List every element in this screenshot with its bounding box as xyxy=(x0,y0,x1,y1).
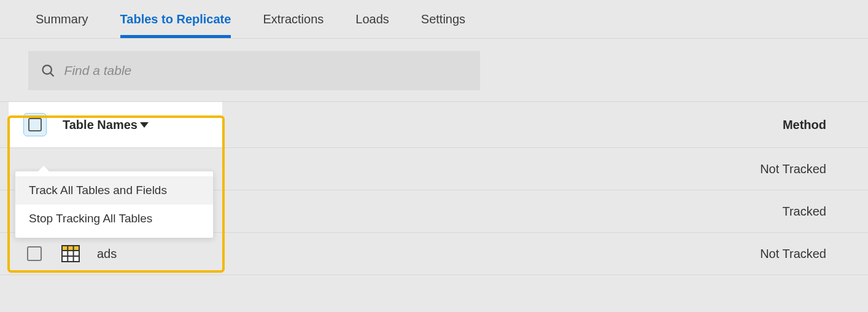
search-icon xyxy=(41,63,56,79)
svg-point-0 xyxy=(43,65,52,74)
method-header: Method xyxy=(783,118,826,132)
table-names-label: Table Names xyxy=(63,118,138,132)
tab-loads[interactable]: Loads xyxy=(355,12,389,38)
row-name: ads xyxy=(97,247,117,261)
search-row xyxy=(0,39,868,101)
dropdown-track-all[interactable]: Track All Tables and Fields xyxy=(15,176,213,205)
dropdown-stop-tracking[interactable]: Stop Tracking All Tables xyxy=(15,205,213,233)
table-row[interactable]: ads Not Tracked xyxy=(0,233,868,275)
search-box[interactable] xyxy=(28,51,480,90)
svg-line-1 xyxy=(50,73,53,76)
search-input[interactable] xyxy=(64,63,468,78)
tab-settings[interactable]: Settings xyxy=(421,12,465,38)
table-names-header[interactable]: Table Names xyxy=(63,118,149,132)
table-names-dropdown: Track All Tables and Fields Stop Trackin… xyxy=(15,171,214,238)
row-method: Not Tracked xyxy=(760,162,826,176)
svg-rect-5 xyxy=(62,246,79,251)
select-all-checkbox[interactable] xyxy=(23,113,47,136)
row-checkbox[interactable] xyxy=(27,246,42,261)
tab-tables-to-replicate[interactable]: Tables to Replicate xyxy=(120,12,231,38)
tab-summary[interactable]: Summary xyxy=(36,12,88,38)
tabs-bar: Summary Tables to Replicate Extractions … xyxy=(0,0,868,39)
caret-down-icon xyxy=(140,122,149,128)
row-method: Tracked xyxy=(782,205,826,219)
table-header: Table Names Method xyxy=(0,101,868,148)
row-method: Not Tracked xyxy=(760,247,826,261)
tab-extractions[interactable]: Extractions xyxy=(263,12,324,38)
table-icon xyxy=(61,245,80,262)
